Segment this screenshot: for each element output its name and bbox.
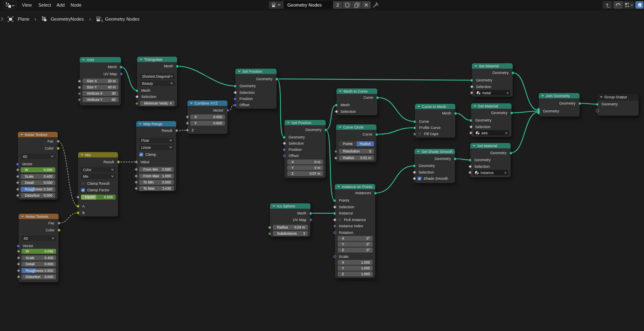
svg-text:2: 2 (101, 19, 103, 22)
